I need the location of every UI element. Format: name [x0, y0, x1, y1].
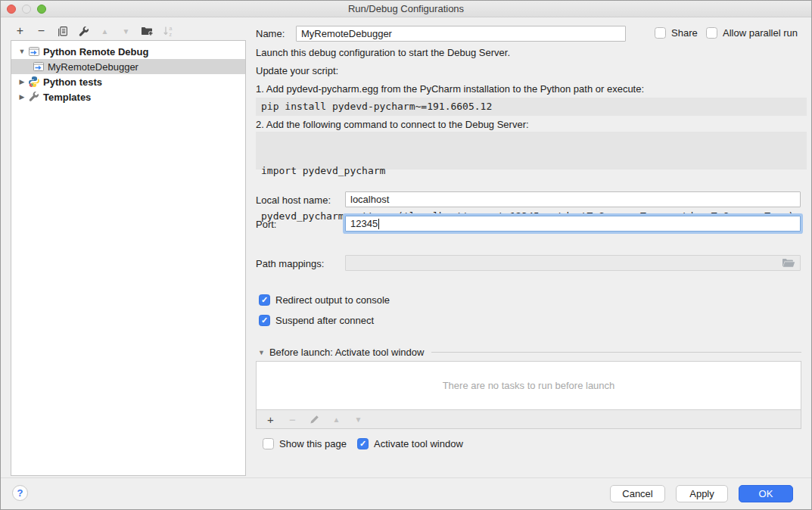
checkbox-icon	[655, 27, 666, 39]
code-line-1: import pydevd_pycharm	[261, 163, 801, 179]
configurations-toolbar: + − ▲ ▼ az	[14, 23, 175, 39]
before-launch-section-header[interactable]: ▼ Before launch: Activate tool window	[258, 347, 801, 358]
checkbox-icon	[259, 315, 270, 326]
cancel-button[interactable]: Cancel	[610, 485, 665, 502]
tree-item-label: MyRemoteDebugger	[48, 61, 138, 73]
intro-text: Launch this debug configuration to start…	[256, 47, 510, 58]
chevron-right-icon[interactable]: ▶	[17, 78, 26, 86]
name-label: Name:	[256, 28, 285, 39]
pip-command-code: pip install pydevd-pycharm~=191.6605.12	[256, 98, 807, 116]
svg-text:z: z	[170, 32, 173, 37]
templates-wrench-icon	[28, 91, 40, 103]
edit-task-pencil-icon	[308, 413, 321, 426]
move-task-down-icon: ▼	[352, 413, 365, 426]
tree-item-label: Python tests	[43, 76, 102, 88]
add-task-icon[interactable]: +	[264, 413, 277, 426]
before-launch-task-list[interactable]: There are no tasks to run before launch	[256, 361, 801, 410]
port-input[interactable]: 12345	[345, 216, 801, 232]
chevron-down-icon[interactable]: ▼	[17, 48, 26, 55]
path-mappings-label: Path mappings:	[256, 258, 324, 269]
move-up-icon: ▲	[98, 25, 111, 38]
svg-text:a: a	[170, 26, 173, 31]
dialog-buttons: Cancel Apply OK	[610, 485, 793, 502]
copy-configuration-icon[interactable]	[56, 25, 69, 38]
python-tests-icon	[28, 76, 40, 88]
tree-item-myremotedebugger[interactable]: MyRemoteDebugger	[11, 59, 245, 74]
remote-debug-config-icon	[33, 61, 45, 73]
title-bar: Run/Debug Configurations	[1, 1, 811, 17]
activate-tool-window-checkbox[interactable]: Activate tool window	[357, 438, 463, 449]
sort-alphabetically-icon: az	[162, 25, 175, 38]
checkbox-icon	[259, 294, 270, 306]
tree-item-label: Templates	[43, 92, 91, 103]
remote-debug-config-icon	[28, 45, 40, 58]
step1-text: 1. Add pydevd-pycharm.egg from the PyCha…	[256, 83, 644, 95]
chevron-down-icon[interactable]: ▼	[258, 349, 265, 356]
move-task-up-icon: ▲	[330, 413, 343, 426]
move-down-icon: ▼	[120, 25, 132, 38]
add-configuration-icon[interactable]: +	[14, 25, 26, 38]
port-value: 12345	[350, 218, 378, 229]
update-script-text: Update your script:	[256, 65, 338, 76]
checkbox-icon	[706, 27, 717, 39]
new-folder-icon[interactable]	[141, 25, 154, 38]
text-caret	[378, 219, 379, 229]
chevron-right-icon[interactable]: ▶	[17, 93, 26, 101]
section-divider	[431, 352, 801, 353]
ok-button[interactable]: OK	[739, 485, 793, 502]
run-debug-configurations-dialog: Run/Debug Configurations + − ▲ ▼ az ▼ Py…	[0, 0, 812, 510]
before-launch-empty-message: There are no tasks to run before launch	[443, 380, 615, 391]
local-host-input[interactable]	[345, 191, 801, 207]
question-mark-icon: ?	[17, 487, 23, 499]
share-checkbox[interactable]: Share	[655, 27, 698, 39]
tree-item-label: Python Remote Debug	[43, 46, 148, 58]
redirect-output-checkbox[interactable]: Redirect output to console	[259, 294, 390, 306]
configurations-tree: ▼ Python Remote Debug MyRemoteDebugger ▶…	[11, 40, 246, 476]
checkbox-icon	[263, 438, 274, 449]
tree-item-python-remote-debug[interactable]: ▼ Python Remote Debug	[11, 44, 245, 59]
tree-item-python-tests[interactable]: ▶ Python tests	[11, 74, 245, 89]
before-launch-title: Before launch: Activate tool window	[269, 347, 425, 358]
help-button[interactable]: ?	[12, 485, 28, 501]
tree-item-templates[interactable]: ▶ Templates	[11, 89, 245, 104]
settrace-code: import pydevd_pycharm pydevd_pycharm.set…	[256, 132, 807, 169]
name-input[interactable]	[296, 26, 626, 42]
port-label: Port:	[256, 219, 276, 230]
window-title: Run/Debug Configurations	[1, 3, 811, 14]
suspend-after-connect-checkbox[interactable]: Suspend after connect	[259, 315, 374, 326]
checkbox-icon	[357, 438, 369, 449]
show-this-page-checkbox[interactable]: Show this page	[263, 438, 347, 449]
before-launch-toolbar: + − ▲ ▼	[256, 410, 801, 429]
browse-folder-icon[interactable]	[782, 258, 795, 268]
remove-task-icon: −	[286, 413, 299, 426]
apply-button[interactable]: Apply	[676, 485, 728, 502]
edit-defaults-wrench-icon[interactable]	[77, 25, 90, 38]
remove-configuration-icon[interactable]: −	[35, 25, 48, 38]
allow-parallel-run-checkbox[interactable]: Allow parallel run	[706, 27, 798, 39]
local-host-label: Local host name:	[256, 194, 331, 206]
path-mappings-input[interactable]	[345, 255, 801, 271]
step2-text: 2. Add the following command to connect …	[256, 119, 529, 130]
footer-divider	[1, 477, 811, 478]
